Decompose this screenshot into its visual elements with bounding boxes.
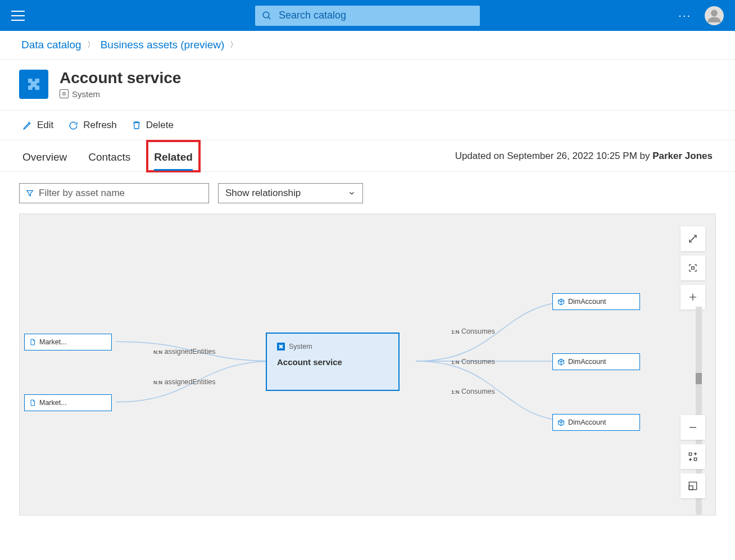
breadcrumb-data-catalog[interactable]: Data catalog [21, 39, 81, 51]
search-catalog[interactable] [255, 6, 480, 26]
minimap-button[interactable] [680, 474, 705, 498]
fit-icon [688, 263, 698, 273]
system-icon: ⚙ [60, 89, 69, 98]
page-title: Account service [60, 70, 181, 87]
fit-button[interactable] [680, 256, 705, 280]
tab-related[interactable]: Related [154, 142, 193, 170]
filter-icon [25, 189, 34, 198]
search-icon [262, 11, 272, 21]
breadcrumb: Data catalog 〉 Business assets (preview)… [0, 31, 735, 60]
asset-subtype: System [72, 89, 100, 99]
filter-row: Filter by asset name Show relationship [0, 172, 735, 213]
expand-icon [688, 234, 698, 244]
highlight-box: Related [146, 140, 201, 172]
node-dimaccount-1[interactable]: DimAccount [552, 293, 640, 310]
puzzle-icon [25, 76, 42, 93]
refresh-label: Refresh [83, 120, 117, 131]
chevron-right-icon: 〉 [87, 40, 95, 50]
asset-type-icon [19, 70, 48, 99]
filter-asset-name[interactable]: Filter by asset name [19, 183, 209, 203]
swap-icon [688, 452, 698, 462]
zoom-out-button[interactable] [680, 415, 705, 440]
node-center-account-service[interactable]: System Account service [266, 333, 400, 391]
cube-icon [557, 419, 565, 426]
asset-header: Account service ⚙ System [0, 60, 735, 111]
action-bar: Edit Refresh Delete [0, 111, 735, 140]
minus-icon [688, 422, 698, 432]
node-market-2[interactable]: Market... [24, 394, 112, 411]
search-input[interactable] [278, 9, 473, 22]
plus-icon [688, 292, 698, 302]
node-dimaccount-3[interactable]: DimAccount [552, 414, 640, 431]
hamburger-menu[interactable] [11, 11, 25, 21]
updated-by-user: Parker Jones [652, 151, 713, 161]
breadcrumb-business-assets[interactable]: Business assets (preview) [101, 39, 225, 51]
file-icon [29, 339, 36, 345]
edge-label-consumes-2: 1:N Consumes [451, 358, 495, 366]
chevron-right-icon: 〉 [230, 40, 238, 50]
svg-rect-4 [689, 453, 692, 456]
cube-icon [557, 298, 565, 306]
refresh-icon [68, 120, 79, 131]
svg-line-1 [268, 17, 270, 19]
node-center-name: Account service [277, 357, 388, 367]
edge-label-consumes-1: 1:N Consumes [451, 327, 495, 335]
tab-contacts[interactable]: Contacts [88, 142, 130, 170]
edge-label-assigned-1: N:N assignedEntities [153, 348, 216, 356]
refresh-button[interactable]: Refresh [68, 120, 117, 131]
node-market-1[interactable]: Market... [24, 334, 112, 350]
tab-overview[interactable]: Overview [22, 142, 67, 170]
tabs-row: Overview Contacts Related Updated on Sep… [0, 140, 735, 172]
pencil-icon [22, 120, 33, 130]
svg-rect-3 [692, 267, 695, 270]
avatar[interactable] [705, 6, 724, 25]
updated-info: Updated on September 26, 2022 10:25 PM b… [455, 151, 713, 162]
puzzle-icon [277, 343, 285, 350]
edit-button[interactable]: Edit [22, 120, 53, 131]
edge-label-assigned-2: N:N assignedEntities [153, 378, 216, 386]
file-icon [29, 399, 36, 406]
person-icon [706, 8, 722, 24]
relationship-canvas[interactable]: Market... Market... System Account servi… [19, 213, 716, 516]
top-bar: ··· [0, 0, 735, 31]
fullscreen-button[interactable] [680, 226, 705, 251]
more-icon[interactable]: ··· [678, 9, 691, 22]
chevron-down-icon [348, 189, 356, 197]
show-relationship-select[interactable]: Show relationship [218, 183, 363, 203]
edit-label: Edit [37, 120, 53, 131]
svg-point-0 [263, 12, 269, 18]
node-dimaccount-2[interactable]: DimAccount [552, 353, 640, 370]
delete-label: Delete [146, 120, 174, 131]
svg-point-2 [711, 10, 718, 16]
edge-label-consumes-3: 1:N Consumes [451, 388, 495, 395]
zoom-in-button[interactable] [680, 285, 705, 309]
delete-button[interactable]: Delete [131, 120, 174, 131]
zoom-slider-thumb[interactable] [696, 373, 702, 384]
svg-rect-7 [689, 486, 693, 490]
reorder-button[interactable] [680, 444, 705, 469]
minimap-icon [688, 481, 698, 491]
cube-icon [557, 358, 565, 366]
svg-rect-5 [694, 458, 697, 461]
trash-icon [131, 120, 142, 130]
